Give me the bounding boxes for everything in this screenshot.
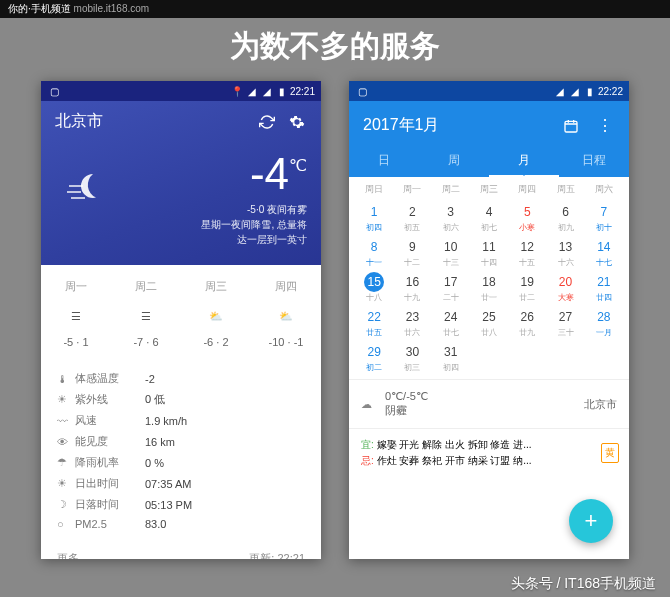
calendar-day[interactable]: 9十二	[393, 235, 431, 270]
detail-icon: ☽	[57, 498, 75, 511]
weekday-label: 周二	[432, 179, 470, 200]
current-temp: -4℃	[125, 152, 307, 196]
clock: 22:22	[598, 86, 623, 97]
signal-icon: ◢	[570, 86, 581, 97]
weekday-label: 周日	[355, 179, 393, 200]
calendar-app: ▢ ◢ ◢ ▮ 22:22 2017年1月 ⋮ 日周月日程 周日周一周二周三周四…	[349, 81, 629, 559]
forecast-day[interactable]: 周一☰-5 · 1	[41, 279, 111, 348]
day-label: 周四	[251, 279, 321, 294]
calendar-day[interactable]: 18廿一	[470, 270, 508, 305]
calendar-day[interactable]: 14十七	[585, 235, 623, 270]
forecast-day[interactable]: 周二☰-7 · 6	[111, 279, 181, 348]
weather-summary[interactable]: ☁ 0℃/-5℃阴霾 北京市	[349, 379, 629, 428]
forecast-icon: ⛅	[251, 304, 321, 328]
view-tab[interactable]: 日	[349, 144, 419, 177]
location-icon: 📍	[232, 86, 243, 97]
calendar-day[interactable]: 15十八	[355, 270, 393, 305]
calendar-day[interactable]: 3初六	[432, 200, 470, 235]
calendar-day[interactable]: 8十一	[355, 235, 393, 270]
source-banner: 你的·手机频道 mobile.it168.com	[0, 0, 670, 18]
calendar-day[interactable]: 28一月	[585, 305, 623, 340]
today-button[interactable]	[561, 116, 581, 136]
weather-app: ▢ 📍 ◢ ◢ ▮ 22:21 北京市 -4℃ -5·0 夜间有雾 星期一夜间降…	[41, 81, 321, 559]
calendar-day[interactable]: 29初二	[355, 340, 393, 375]
weather-icon	[55, 160, 125, 220]
add-event-fab[interactable]: +	[569, 499, 613, 543]
calendar-day[interactable]: 19廿二	[508, 270, 546, 305]
wifi-icon: ◢	[247, 86, 258, 97]
forecast-icon: ☰	[111, 304, 181, 328]
view-tab[interactable]: 周	[419, 144, 489, 177]
settings-button[interactable]	[287, 112, 307, 132]
app-icon: ▢	[49, 86, 60, 97]
app-icon: ▢	[357, 86, 368, 97]
detail-row: ☽日落时间05:13 PM	[57, 494, 305, 515]
calendar-day[interactable]: 7初十	[585, 200, 623, 235]
calendar-day[interactable]: 31初四	[432, 340, 470, 375]
calendar-day[interactable]: 2初五	[393, 200, 431, 235]
detail-icon: 〰	[57, 415, 75, 427]
detail-icon: 🌡	[57, 373, 75, 385]
detail-icon: ○	[57, 518, 75, 530]
forecast-day[interactable]: 周四⛅-10 · -1	[251, 279, 321, 348]
calendar-day[interactable]: 26廿九	[508, 305, 546, 340]
menu-button[interactable]: ⋮	[595, 116, 615, 136]
calendar-day[interactable]: 21廿四	[585, 270, 623, 305]
detail-row: ☀日出时间07:35 AM	[57, 473, 305, 494]
calendar-day[interactable]: 13十六	[546, 235, 584, 270]
detail-icon: 👁	[57, 436, 75, 448]
detail-row: ○PM2.583.0	[57, 515, 305, 533]
calendar-day[interactable]: 16十九	[393, 270, 431, 305]
fog-icon: ☁	[361, 398, 385, 411]
battery-icon: ▮	[585, 86, 596, 97]
temp-range: -5 · 1	[41, 336, 111, 348]
status-bar: ▢ 📍 ◢ ◢ ▮ 22:21	[41, 81, 321, 101]
more-link[interactable]: 更多	[57, 551, 79, 559]
weather-desc: -5·0 夜间有雾 星期一夜间降雪, 总量将 达一层到一英寸	[125, 202, 307, 247]
signal-icon: ◢	[262, 86, 273, 97]
calendar-day[interactable]: 12十五	[508, 235, 546, 270]
detail-row: ☀紫外线0 低	[57, 389, 305, 410]
calendar-day[interactable]: 20大寒	[546, 270, 584, 305]
calendar-day[interactable]: 10十三	[432, 235, 470, 270]
calendar-day[interactable]: 1初四	[355, 200, 393, 235]
weekday-label: 周三	[470, 179, 508, 200]
calendar-day[interactable]: 24廿七	[432, 305, 470, 340]
calendar-day[interactable]: 25廿八	[470, 305, 508, 340]
svg-rect-0	[565, 121, 577, 132]
calendar-day[interactable]: 22廿五	[355, 305, 393, 340]
huangli-badge: 黄	[601, 443, 619, 463]
calendar-day[interactable]: 6初九	[546, 200, 584, 235]
forecast-icon: ⛅	[181, 304, 251, 328]
calendar-day[interactable]: 5小寒	[508, 200, 546, 235]
temp-range: -6 · 2	[181, 336, 251, 348]
detail-icon: ☂	[57, 456, 75, 469]
view-tab[interactable]: 日程	[559, 144, 629, 177]
calendar-day[interactable]: 23廿六	[393, 305, 431, 340]
calendar-day[interactable]: 17二十	[432, 270, 470, 305]
calendar-day-empty	[508, 340, 546, 375]
weekday-label: 周六	[585, 179, 623, 200]
detail-row: ☂降雨机率0 %	[57, 452, 305, 473]
temp-range: -7 · 6	[111, 336, 181, 348]
updated-label: 更新: 22:21	[249, 551, 305, 559]
month-title[interactable]: 2017年1月	[363, 115, 547, 136]
view-tab[interactable]: 月	[489, 144, 559, 177]
detail-row: 👁能见度16 km	[57, 431, 305, 452]
calendar-day-empty	[470, 340, 508, 375]
almanac[interactable]: 宜: 嫁娶 开光 解除 出火 拆卸 修造 进... 忌: 作灶 安葬 祭祀 开市…	[349, 428, 629, 477]
clock: 22:21	[290, 86, 315, 97]
calendar-day[interactable]: 27三十	[546, 305, 584, 340]
city-label[interactable]: 北京市	[55, 111, 247, 132]
day-label: 周二	[111, 279, 181, 294]
calendar-day[interactable]: 30初三	[393, 340, 431, 375]
forecast-icon: ☰	[41, 304, 111, 328]
wifi-icon: ◢	[555, 86, 566, 97]
calendar-day[interactable]: 4初七	[470, 200, 508, 235]
refresh-button[interactable]	[257, 112, 277, 132]
day-label: 周一	[41, 279, 111, 294]
weekday-label: 周五	[546, 179, 584, 200]
forecast-day[interactable]: 周三⛅-6 · 2	[181, 279, 251, 348]
calendar-day-empty	[546, 340, 584, 375]
calendar-day[interactable]: 11十四	[470, 235, 508, 270]
